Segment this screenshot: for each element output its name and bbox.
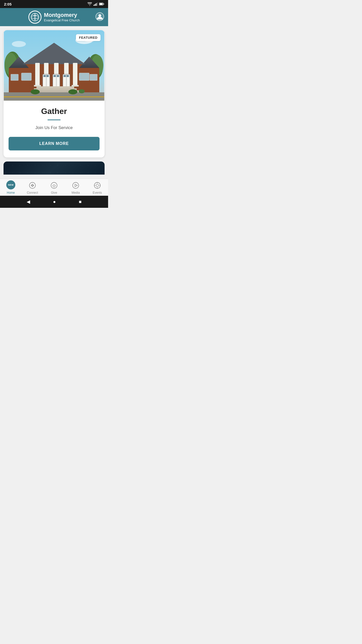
profile-icon [96,12,104,21]
nav-item-give[interactable]: Give [43,181,65,194]
home-new-badge: NEW [6,180,15,189]
media-icon-wrap [71,181,80,190]
svg-rect-76 [36,86,74,88]
main-content: FEATURED Gather Join Us For Service LEAR… [0,26,108,179]
header-logo: Montgomery Evangelical Free Church [28,11,80,24]
give-icon-wrap [50,181,59,190]
svg-rect-65 [54,75,56,77]
app-header: Montgomery Evangelical Free Church [0,8,108,26]
android-back-button[interactable]: ◀ [27,199,30,205]
svg-rect-72 [21,73,31,80]
give-nav-label: Give [51,191,57,194]
church-name-sub: Evangelical Free Church [44,18,80,22]
android-home-button[interactable]: ● [53,199,56,205]
connect-nav-label: Connect [27,191,38,194]
svg-rect-47 [35,63,40,86]
second-card-peek [4,162,105,175]
signal-icon [94,2,98,6]
svg-point-90 [96,184,99,187]
media-icon [72,182,79,189]
svg-rect-5 [104,4,104,5]
church-name-main: Montgomery [44,12,80,18]
svg-point-14 [99,14,101,17]
svg-rect-71 [67,75,69,77]
connect-icon-wrap [28,181,37,190]
media-nav-label: Media [72,191,80,194]
battery-icon [99,3,104,6]
svg-point-81 [31,89,40,94]
svg-rect-3 [97,3,98,6]
svg-rect-51 [73,63,77,86]
events-nav-label: Events [93,191,102,194]
home-nav-label: Home [7,191,15,194]
android-nav-bar: ◀ ● ■ [0,196,108,208]
svg-point-83 [79,89,85,93]
home-icon-wrap: NEW [6,181,15,190]
logo-circle [28,11,41,24]
events-icon [94,182,101,189]
svg-point-86 [51,182,57,188]
wifi-icon [87,2,92,6]
svg-rect-1 [95,4,96,6]
nav-item-events[interactable]: Events [86,181,108,194]
svg-point-87 [73,182,79,188]
church-cross-icon [31,13,39,21]
card-divider [48,119,61,120]
svg-rect-66 [57,75,59,77]
give-icon [51,182,58,189]
nav-item-connect[interactable]: Connect [22,181,43,194]
events-icon-wrap [93,181,102,190]
svg-marker-88 [75,184,77,187]
card-image-wrapper: FEATURED [4,30,105,101]
connect-icon [29,182,36,189]
nav-item-media[interactable]: Media [65,181,86,194]
status-bar: 2:05 [0,0,108,8]
svg-rect-2 [96,3,97,6]
profile-button[interactable] [96,12,104,22]
card-body: Gather Join Us For Service LEARN MORE [4,101,105,157]
svg-rect-0 [94,5,94,6]
card-title: Gather [9,107,100,116]
svg-point-82 [68,89,77,94]
status-icons [87,2,104,6]
svg-point-18 [12,41,26,47]
nav-item-home[interactable]: NEW Home [0,181,22,194]
svg-rect-75 [90,74,97,80]
featured-badge: FEATURED [76,34,101,41]
svg-rect-73 [79,73,89,80]
header-title-text: Montgomery Evangelical Free Church [44,12,80,22]
status-time: 2:05 [4,2,12,6]
svg-rect-70 [64,75,66,77]
android-recent-button[interactable]: ■ [79,199,81,205]
featured-card: FEATURED Gather Join Us For Service LEAR… [4,30,105,157]
svg-rect-60 [43,75,46,77]
svg-rect-61 [47,75,49,77]
svg-rect-74 [11,74,18,80]
learn-more-button[interactable]: LEARN MORE [9,137,100,150]
card-subtitle: Join Us For Service [9,125,100,130]
svg-rect-6 [100,3,103,5]
bottom-nav: NEW Home Connect Give [0,179,108,196]
